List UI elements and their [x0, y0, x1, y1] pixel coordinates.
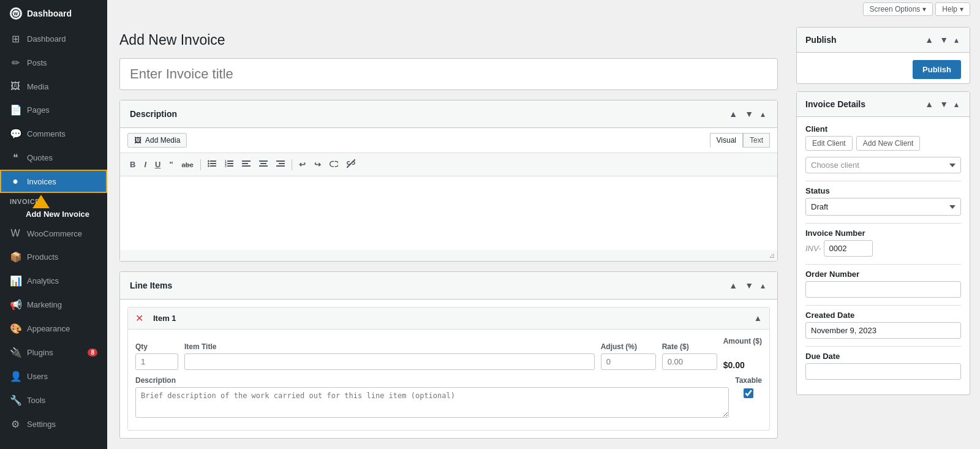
- svg-point-5: [208, 160, 209, 162]
- line-item-1-fields: Qty Item Title Adjust (%): [128, 330, 769, 430]
- editor-column: Add New Invoice Description ▲ ▼ ▴ 🖼: [107, 17, 790, 449]
- sidebar-item-woocommerce[interactable]: W WooCommerce: [0, 222, 107, 245]
- sidebar-item-media[interactable]: 🖼 Media: [0, 75, 107, 98]
- italic-button[interactable]: I: [140, 157, 150, 172]
- publish-panel-up-button[interactable]: ▲: [922, 34, 936, 46]
- unlink-button[interactable]: [343, 157, 359, 172]
- line-item-1-header: ✕ Item 1 ▲: [128, 308, 769, 330]
- editor-resize-handle[interactable]: ⊿: [120, 250, 777, 261]
- order-number-input[interactable]: [805, 281, 961, 298]
- sidebar-item-settings[interactable]: ⚙ Settings: [0, 412, 107, 436]
- description-collapse-up-button[interactable]: ▲: [726, 108, 740, 120]
- sidebar-item-users[interactable]: 👤 Users: [0, 364, 107, 388]
- line-items-collapse-down-button[interactable]: ▼: [742, 279, 756, 292]
- qty-label: Qty: [135, 342, 178, 351]
- item-title-input[interactable]: [184, 353, 595, 370]
- publish-panel-body: Publish: [797, 53, 970, 83]
- client-section: Client Edit Client Add New Client Choose…: [805, 124, 961, 173]
- underline-button[interactable]: U: [151, 157, 164, 172]
- posts-icon: ✏: [10, 57, 21, 69]
- sidebar-item-label: Quotes: [27, 153, 53, 162]
- align-center-button[interactable]: [255, 157, 271, 172]
- sidebar-item-analytics[interactable]: 📊 Analytics: [0, 269, 107, 293]
- sidebar-item-appearance[interactable]: 🎨 Appearance: [0, 317, 107, 341]
- description-expand-button[interactable]: ▴: [758, 108, 767, 120]
- redo-button[interactable]: ↪: [311, 157, 325, 172]
- sidebar: W Dashboard ⊞ Dashboard ✏ Posts 🖼 Media …: [0, 0, 107, 449]
- qty-input[interactable]: [135, 353, 178, 370]
- sidebar-item-marketing[interactable]: 📢 Marketing: [0, 293, 107, 317]
- screen-options-label: Screen Options: [870, 5, 921, 13]
- taxable-checkbox[interactable]: [744, 388, 753, 398]
- add-new-client-button[interactable]: Add New Client: [856, 136, 921, 151]
- line-items-panel: Line Items ▲ ▼ ▴ ✕ Item 1: [119, 271, 778, 439]
- invoice-details-up-button[interactable]: ▲: [922, 98, 936, 110]
- bold-button[interactable]: B: [126, 157, 139, 172]
- edit-client-button[interactable]: Edit Client: [805, 136, 853, 151]
- due-date-label: Due Date: [805, 352, 961, 361]
- sidebar-item-dashboard[interactable]: ⊞ Dashboard: [0, 27, 107, 51]
- created-date-input[interactable]: [805, 322, 961, 339]
- ordered-list-button[interactable]: 123: [221, 157, 237, 172]
- line-item-1-remove-button[interactable]: ✕: [135, 312, 143, 324]
- sidebar-item-quotes[interactable]: ❝ Quotes: [0, 146, 107, 170]
- text-tab[interactable]: Text: [743, 133, 770, 148]
- add-media-button[interactable]: 🖼 Add Media: [127, 133, 187, 148]
- line-item-desc-textarea[interactable]: [135, 387, 729, 418]
- status-select[interactable]: Draft Pending Paid Overdue: [805, 198, 961, 216]
- svg-rect-18: [260, 163, 266, 164]
- page-title: Add New Invoice: [119, 27, 778, 48]
- publish-panel-header: Publish ▲ ▼ ▴: [797, 28, 970, 53]
- invoice-title-input[interactable]: [119, 58, 778, 90]
- link-button[interactable]: [326, 157, 342, 172]
- sidebar-item-label: Products: [27, 252, 58, 262]
- sidebar-item-invoices[interactable]: ● Invoices: [0, 170, 107, 193]
- publish-panel-title: Publish: [805, 35, 837, 45]
- line-items-body: ✕ Item 1 ▲ Qty: [120, 307, 777, 431]
- blockquote-button[interactable]: ": [165, 157, 176, 172]
- amount-value: $0.00: [723, 348, 762, 370]
- choose-client-select[interactable]: Choose client: [805, 157, 961, 173]
- invoice-details-expand-button[interactable]: ▴: [952, 98, 961, 110]
- sidebar-item-label: Pages: [27, 105, 50, 115]
- visual-tab[interactable]: Visual: [710, 133, 743, 148]
- rate-input[interactable]: [662, 353, 717, 370]
- sidebar-sub-item-add-new-invoice[interactable]: Add New Invoice: [0, 206, 107, 222]
- invoice-details-panel-controls: ▲ ▼ ▴: [922, 98, 961, 110]
- publish-button[interactable]: Publish: [913, 60, 961, 79]
- description-panel-controls: ▲ ▼ ▴: [726, 108, 767, 120]
- sidebar-item-comments[interactable]: 💬 Comments: [0, 122, 107, 146]
- sidebar-item-products[interactable]: 📦 Products: [0, 245, 107, 269]
- line-items-collapse-up-button[interactable]: ▲: [726, 279, 740, 292]
- sidebar-item-plugins[interactable]: 🔌 Plugins 8: [0, 341, 107, 364]
- line-item-1-collapse-button[interactable]: ▲: [754, 314, 762, 323]
- line-items-panel-controls: ▲ ▼ ▴: [726, 279, 767, 292]
- sidebar-item-pages[interactable]: 📄 Pages: [0, 98, 107, 122]
- adjust-input[interactable]: [601, 353, 656, 370]
- strikethrough-button[interactable]: abc: [178, 159, 197, 171]
- editor-content-area[interactable]: [120, 176, 777, 250]
- svg-rect-14: [242, 160, 251, 162]
- align-right-button[interactable]: [273, 157, 288, 172]
- invoice-number-input[interactable]: [824, 240, 873, 257]
- publish-panel-down-button[interactable]: ▼: [937, 34, 951, 46]
- description-collapse-down-button[interactable]: ▼: [742, 108, 756, 120]
- sidebar-item-posts[interactable]: ✏ Posts: [0, 51, 107, 75]
- sidebar-item-tools[interactable]: 🔧 Tools: [0, 388, 107, 412]
- sidebar-item-label: Dashboard: [27, 34, 66, 43]
- publish-panel-expand-button[interactable]: ▴: [952, 34, 961, 46]
- screen-options-button[interactable]: Screen Options ▾: [863, 2, 933, 16]
- help-button[interactable]: Help ▾: [935, 2, 970, 16]
- svg-rect-3: [210, 163, 216, 164]
- products-icon: 📦: [10, 251, 21, 263]
- align-left-button[interactable]: [238, 157, 254, 172]
- line-item-1-main-row: Qty Item Title Adjust (%): [135, 337, 762, 370]
- unordered-list-button[interactable]: [204, 157, 220, 172]
- svg-rect-19: [259, 165, 268, 167]
- line-items-expand-button[interactable]: ▴: [758, 279, 767, 292]
- sidebar-item-label: Tools: [27, 396, 45, 405]
- due-date-input[interactable]: [805, 363, 961, 380]
- undo-button[interactable]: ↩: [295, 157, 309, 172]
- sidebar-item-label: WooCommerce: [27, 229, 82, 238]
- invoice-details-down-button[interactable]: ▼: [937, 98, 951, 110]
